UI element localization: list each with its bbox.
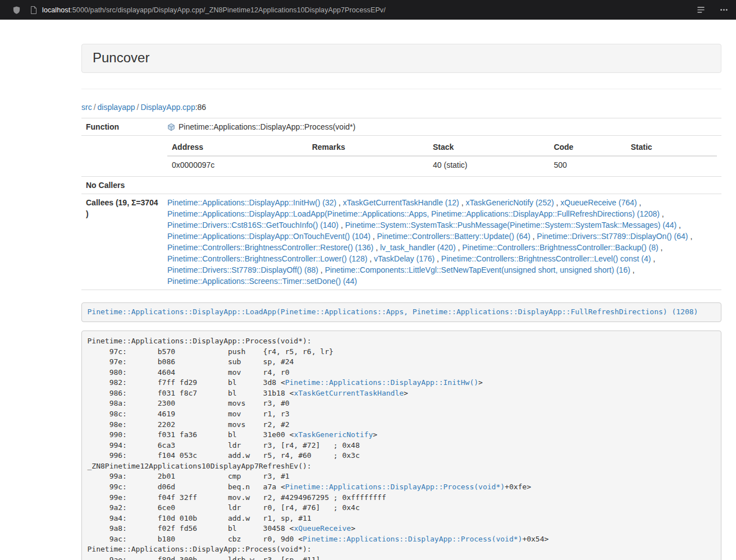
breadcrumb-line-number: :86 [195, 103, 206, 112]
col-header-static: Static [626, 139, 717, 156]
breadcrumb-link-file[interactable]: DisplayApp.cpp [140, 103, 195, 112]
function-details-table: Address Remarks Stack Code Static 0x0000… [167, 139, 717, 173]
table-row-no-callers: No Callers [81, 177, 721, 194]
cell-stack: 40 (static) [428, 156, 549, 173]
breadcrumb-link-src[interactable]: src [81, 103, 92, 112]
app-header-panel: Puncover [81, 44, 721, 73]
function-icon [167, 123, 175, 131]
kebab-menu-icon-svg [720, 6, 728, 14]
cell-address: 0x0000097c [167, 156, 308, 173]
cell-remarks [308, 156, 428, 173]
callee-link[interactable]: Pinetime::Applications::DisplayApp::Load… [167, 209, 660, 218]
url-path: :5000/path/src/displayapp/DisplayApp.cpp… [70, 6, 386, 14]
callee-link[interactable]: xTaskGenericNotify (252) [465, 198, 554, 207]
table-row-function: Function Pinetime::Applications::Display… [81, 118, 721, 136]
callee-link[interactable]: lv_task_handler (420) [380, 243, 456, 252]
selected-callee-box: Pinetime::Applications::DisplayApp::Load… [81, 302, 721, 322]
breadcrumb-separator: / [94, 103, 96, 112]
function-table: Function Pinetime::Applications::Display… [81, 118, 721, 290]
callee-link[interactable]: Pinetime::Applications::Screens::Timer::… [167, 277, 357, 286]
callee-link[interactable]: Pinetime::Controllers::BrightnessControl… [441, 254, 651, 263]
details-cell: Address Remarks Stack Code Static 0x0000… [163, 136, 721, 177]
details-header-row: Address Remarks Stack Code Static [167, 139, 717, 156]
reader-view-icon-svg [697, 6, 705, 14]
details-data-row: 0x0000097c 40 (static) 500 [167, 156, 717, 173]
cell-code: 500 [549, 156, 626, 173]
disassembly-block: Pinetime::Applications::DisplayApp::Proc… [81, 331, 721, 560]
symbol-link[interactable]: xQueueReceive [294, 524, 351, 533]
callee-link[interactable]: Pinetime::Controllers::BrightnessControl… [462, 243, 658, 252]
disassembly-code: Pinetime::Applications::DisplayApp::Proc… [88, 337, 549, 560]
page-container: Puncover src/displayapp/DisplayApp.cpp:8… [81, 44, 721, 560]
app-title: Puncover [93, 51, 710, 65]
callees-list: Pinetime::Applications::DisplayApp::Init… [163, 194, 721, 290]
symbol-link[interactable]: xTaskGenericNotify [294, 430, 373, 439]
function-label: Function [81, 118, 163, 136]
no-callers-cell [163, 177, 721, 194]
function-icon-svg [167, 123, 175, 131]
callee-link[interactable]: Pinetime::Drivers::St7789::DisplayOn() (… [537, 232, 688, 241]
selected-callee-link[interactable]: Pinetime::Applications::DisplayApp::Load… [88, 307, 698, 316]
callees-label: Callees (19, Σ=3704 ) [81, 194, 163, 290]
callee-link[interactable]: Pinetime::Applications::DisplayApp::Init… [167, 198, 336, 207]
callee-link[interactable]: Pinetime::Drivers::Cst816S::GetTouchInfo… [167, 221, 339, 229]
symbol-link[interactable]: Pinetime::Applications::DisplayApp::Init… [285, 378, 478, 387]
reader-view-icon[interactable] [697, 6, 705, 14]
kebab-menu-icon[interactable] [720, 6, 728, 14]
col-header-code: Code [549, 139, 626, 156]
function-name: Pinetime::Applications::DisplayApp::Proc… [179, 122, 355, 131]
callee-link[interactable]: Pinetime::System::SystemTask::PushMessag… [345, 221, 677, 229]
col-header-address: Address [167, 139, 308, 156]
divider [81, 89, 721, 89]
page-icon[interactable] [30, 6, 37, 14]
shield-icon-svg [12, 6, 21, 15]
callee-link[interactable]: Pinetime::Drivers::St7789::DisplayOff() … [167, 265, 318, 274]
breadcrumb-separator: / [137, 103, 139, 112]
page-icon-svg [30, 6, 37, 14]
callee-link[interactable]: Pinetime::Applications::DisplayApp::OnTo… [167, 232, 371, 241]
breadcrumb: src/displayapp/DisplayApp.cpp:86 [81, 102, 721, 113]
callee-link[interactable]: xTaskGetCurrentTaskHandle (12) [343, 198, 459, 207]
table-row-details: Address Remarks Stack Code Static 0x0000… [81, 136, 721, 177]
shield-icon[interactable] [12, 6, 21, 15]
cell-static [626, 156, 717, 173]
no-callers-label: No Callers [81, 177, 163, 194]
function-name-cell: Pinetime::Applications::DisplayApp::Proc… [163, 118, 721, 136]
browser-toolbar: localhost:5000/path/src/displayapp/Displ… [0, 0, 736, 20]
symbol-link[interactable]: xTaskGetCurrentTaskHandle [294, 389, 404, 397]
symbol-link[interactable]: Pinetime::Applications::DisplayApp::Proc… [285, 483, 505, 491]
url-bar[interactable]: localhost:5000/path/src/displayapp/Displ… [42, 6, 386, 14]
col-header-remarks: Remarks [308, 139, 428, 156]
details-label-empty [81, 136, 163, 177]
symbol-link[interactable]: Pinetime::Applications::DisplayApp::Proc… [303, 535, 522, 543]
table-row-callees: Callees (19, Σ=3704 ) Pinetime::Applicat… [81, 194, 721, 290]
col-header-stack: Stack [428, 139, 549, 156]
callee-link[interactable]: xQueueReceive (764) [560, 198, 637, 207]
callee-link[interactable]: vTaskDelay (176) [374, 254, 435, 263]
url-host: localhost [42, 6, 70, 14]
callee-link[interactable]: Pinetime::Controllers::BrightnessControl… [167, 243, 373, 252]
callee-link[interactable]: Pinetime::Controllers::BrightnessControl… [167, 254, 367, 263]
callee-link[interactable]: Pinetime::Components::LittleVgl::SetNewT… [325, 265, 630, 274]
callee-link[interactable]: Pinetime::Controllers::Battery::Update()… [377, 232, 531, 241]
breadcrumb-link-displayapp[interactable]: displayapp [98, 103, 135, 112]
